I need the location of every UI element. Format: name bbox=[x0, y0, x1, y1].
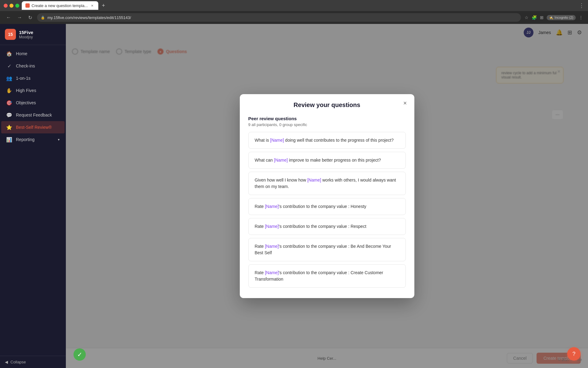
sidebar-brand: 15 15Five Moodjoy bbox=[0, 24, 66, 45]
sidebar-item-label-reporting: Reporting bbox=[16, 137, 35, 142]
q2-text-after: improve to make better progress on this … bbox=[288, 158, 381, 163]
q5-text-after: 's contribution to the company value : R… bbox=[279, 224, 366, 229]
sidebar-item-home[interactable]: 🏠 Home bbox=[1, 48, 65, 60]
refresh-button[interactable]: ↻ bbox=[27, 13, 33, 22]
maximize-dot[interactable] bbox=[15, 4, 19, 8]
incognito-badge: 🕵 Incognito (2) bbox=[547, 15, 576, 20]
collapse-button[interactable]: ◀ Collapse bbox=[5, 360, 61, 364]
q7-name-token: [Name] bbox=[265, 270, 279, 275]
tab-close-button[interactable]: ✕ bbox=[90, 3, 95, 8]
sidebar-item-request-feedback[interactable]: 💬 Request Feedback bbox=[1, 109, 65, 121]
q1-name-token: [Name] bbox=[270, 138, 284, 143]
sidebar-item-label-home: Home bbox=[16, 51, 27, 56]
q1-text-before: What is bbox=[255, 138, 270, 143]
active-tab[interactable]: Create a new question templa... ✕ bbox=[22, 1, 98, 10]
checkins-icon: ✓ bbox=[6, 63, 12, 69]
lock-icon: 🔒 bbox=[41, 16, 45, 20]
url-text: my.15five.com/reviews/templates/edit/115… bbox=[47, 15, 131, 20]
question-card-3: Given how well I know how [Name] works w… bbox=[248, 172, 406, 195]
best-self-review-icon: ⭐ bbox=[6, 124, 12, 130]
q1-text-after: doing well that contributes to the progr… bbox=[284, 138, 394, 143]
sidebar-item-label-checkins: Check-ins bbox=[16, 63, 35, 68]
sidebar-nav: 🏠 Home ✓ Check-ins 👥 1-on-1s ✋ High Five… bbox=[0, 45, 66, 356]
brand-name: 15Five bbox=[19, 30, 33, 35]
tab-title: Create a new question templa... bbox=[32, 3, 88, 8]
q4-text-before: Rate bbox=[255, 204, 265, 209]
sidebar-item-label-1on1s: 1-on-1s bbox=[16, 76, 30, 81]
question-card-7: Rate [Name]'s contribution to the compan… bbox=[248, 264, 406, 288]
brand-initials: 15 bbox=[8, 32, 13, 37]
incognito-label: Incognito (2) bbox=[555, 16, 573, 19]
collapse-label: Collapse bbox=[10, 360, 26, 364]
star-icon[interactable]: ☆ bbox=[525, 15, 529, 20]
question-card-6: Rate [Name]'s contribution to the compan… bbox=[248, 238, 406, 261]
section-meta: 9 all participants, 0 group specific bbox=[248, 122, 406, 127]
back-button[interactable]: ← bbox=[5, 13, 12, 21]
incognito-icon: 🕵 bbox=[549, 16, 553, 20]
sidebar-item-highfives[interactable]: ✋ High Fives bbox=[1, 84, 65, 97]
sidebar-item-checkins[interactable]: ✓ Check-ins bbox=[1, 60, 65, 72]
question-card-2: What can [Name] improve to make better p… bbox=[248, 152, 406, 169]
q3-name-token: [Name] bbox=[307, 178, 321, 182]
sidebar-item-best-self-review[interactable]: ⭐ Best-Self Review® bbox=[1, 121, 65, 133]
highfives-icon: ✋ bbox=[6, 87, 12, 94]
objectives-icon: 🎯 bbox=[6, 100, 12, 106]
browser-actions: ☆ 🧩 ⊞ 🕵 Incognito (2) ⋮ bbox=[525, 15, 583, 20]
check-icon: ✓ bbox=[77, 351, 82, 358]
extension-icon[interactable]: 🧩 bbox=[532, 15, 537, 20]
help-button[interactable]: ? bbox=[567, 347, 581, 361]
brand-info: 15Five Moodjoy bbox=[19, 30, 33, 39]
tab-favicon bbox=[25, 3, 30, 8]
sidebar-item-1on1s[interactable]: 👥 1-on-1s bbox=[1, 72, 65, 84]
browser-chrome: Create a new question templa... ✕ + ⋮ bbox=[0, 0, 588, 11]
sidebar: 15 15Five Moodjoy 🏠 Home ✓ Check-ins 👥 1… bbox=[0, 24, 66, 368]
q4-name-token: [Name] bbox=[265, 204, 279, 209]
sidebar-footer: ◀ Collapse bbox=[0, 356, 66, 368]
sidebar-item-label-best-self-review: Best-Self Review® bbox=[16, 125, 52, 130]
browser-menu-button[interactable]: ⋮ bbox=[579, 2, 584, 9]
q5-name-token: [Name] bbox=[265, 224, 279, 229]
q4-text-after: 's contribution to the company value : H… bbox=[279, 204, 366, 209]
q6-text-before: Rate bbox=[255, 244, 265, 249]
modal-body: Peer review questions 9 all participants… bbox=[240, 113, 414, 298]
check-badge[interactable]: ✓ bbox=[74, 348, 86, 361]
window-controls bbox=[4, 4, 19, 8]
modal-close-button[interactable]: × bbox=[401, 99, 409, 108]
q2-text-before: What can bbox=[255, 158, 274, 163]
q5-text-before: Rate bbox=[255, 224, 265, 229]
brand-sub: Moodjoy bbox=[19, 35, 33, 39]
q6-name-token: [Name] bbox=[265, 244, 279, 249]
sidebar-item-label-highfives: High Fives bbox=[16, 88, 36, 93]
collapse-icon: ◀ bbox=[5, 360, 8, 364]
modal-overlay: Review your questions × Peer review ques… bbox=[66, 24, 588, 368]
section-title: Peer review questions bbox=[248, 116, 406, 121]
address-bar: ← → ↻ 🔒 my.15five.com/reviews/templates/… bbox=[0, 11, 588, 24]
question-card-4: Rate [Name]'s contribution to the compan… bbox=[248, 198, 406, 215]
sidebar-item-label-request-feedback: Request Feedback bbox=[16, 113, 52, 117]
q3-text-before: Given how well I know how bbox=[255, 178, 307, 182]
sidebar-item-reporting[interactable]: 📊 Reporting ▾ bbox=[1, 133, 65, 146]
minimize-dot[interactable] bbox=[9, 4, 13, 8]
q7-text-before: Rate bbox=[255, 270, 265, 275]
request-feedback-icon: 💬 bbox=[6, 112, 12, 118]
close-dot[interactable] bbox=[4, 4, 8, 8]
help-icon: ? bbox=[572, 351, 575, 357]
main-content: JJ James 🔔 ⊞ ⚙ Template name Template ty… bbox=[66, 24, 588, 368]
sidebar-item-objectives[interactable]: 🎯 Objectives bbox=[1, 97, 65, 109]
new-tab-button[interactable]: + bbox=[100, 2, 108, 9]
q2-name-token: [Name] bbox=[274, 158, 288, 163]
url-bar[interactable]: 🔒 my.15five.com/reviews/templates/edit/1… bbox=[37, 13, 521, 22]
question-card-1: What is [Name] doing well that contribut… bbox=[248, 132, 406, 149]
reporting-icon: 📊 bbox=[6, 136, 12, 143]
forward-button[interactable]: → bbox=[16, 13, 23, 21]
browser-menu-icon[interactable]: ⋮ bbox=[579, 15, 583, 20]
sidebar-item-label-objectives: Objectives bbox=[16, 100, 36, 105]
modal-dialog: Review your questions × Peer review ques… bbox=[240, 94, 414, 298]
home-icon: 🏠 bbox=[6, 51, 12, 57]
brand-icon: 15 bbox=[5, 29, 16, 40]
modal-header: Review your questions × bbox=[240, 94, 414, 113]
tab-bar: Create a new question templa... ✕ + bbox=[22, 1, 576, 10]
tab-grid-icon[interactable]: ⊞ bbox=[540, 15, 544, 20]
1on1s-icon: 👥 bbox=[6, 75, 12, 81]
modal-title: Review your questions bbox=[248, 102, 406, 109]
